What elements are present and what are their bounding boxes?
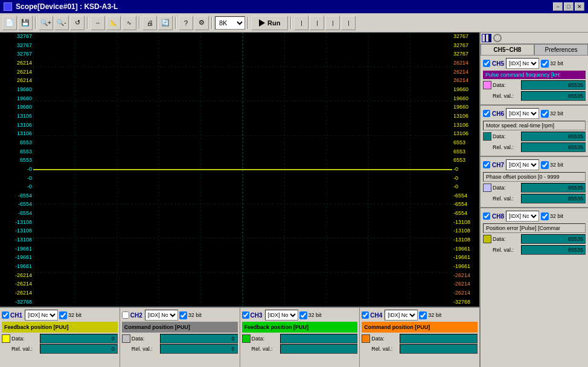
zoom-in-button[interactable]: 🔍+ — [39, 16, 53, 30]
cursor-button[interactable]: ↔ — [91, 16, 105, 30]
ch5-rel-row: Rel. val.: 65535 — [483, 91, 586, 101]
yr-label-8: 19660 — [452, 104, 479, 110]
ch5-32bit: 32 bit — [541, 60, 563, 68]
ch1-signal-bar[interactable]: Feedback position [PUU] — [2, 322, 118, 333]
ch8-signal-bar[interactable]: Position error [Pulse] [Commar — [483, 223, 586, 233]
ch2-enable-checkbox[interactable] — [122, 311, 129, 319]
sample-rate-select[interactable]: 8K 4K 2K 1K — [215, 16, 245, 30]
ch4-signal-bar[interactable]: Command position [PUU] — [362, 322, 478, 333]
scope-area: (value) 32767 32767 32767 26214 26214 26… — [0, 33, 479, 367]
ch1-trigger[interactable]: | — [294, 16, 308, 30]
ch1-signal-label: Feedback position [PUU] — [4, 324, 69, 330]
ch2-rel-row: Rel. val.: 0 — [122, 344, 238, 354]
ch2-data-label: Data: — [132, 336, 159, 342]
ch5-signal-label: Pulse command frequency [kH: — [485, 72, 561, 78]
ch6-32bit-checkbox[interactable] — [541, 110, 549, 118]
yr-label-17: -0 — [452, 184, 479, 190]
new-button[interactable]: 📄 — [2, 16, 17, 30]
window-controls: − □ ✕ — [553, 2, 584, 11]
ch4-32bit-checkbox[interactable] — [419, 311, 427, 319]
print-button[interactable]: 🖨 — [142, 16, 157, 30]
scope-display[interactable]: (value) 32767 32767 32767 26214 26214 26… — [0, 33, 479, 307]
ch3-trigger[interactable]: | — [325, 16, 340, 30]
ch1-rel-row: Rel. val.: 0 — [2, 344, 118, 354]
ch5-enable-checkbox[interactable] — [483, 60, 490, 67]
ch1-header: CH1 [IDX] Norma 32 bit — [2, 310, 118, 321]
ch4-enable-checkbox[interactable] — [362, 311, 369, 319]
ch8-idx-select[interactable]: [IDX] Norma — [506, 211, 539, 222]
ch2-signal-bar[interactable]: Command position [PUU] — [122, 322, 238, 333]
wave-button[interactable]: ∿ — [122, 16, 136, 30]
ch6-data-value: 65535 — [521, 132, 586, 141]
ch3-enable-checkbox[interactable] — [242, 311, 249, 319]
yr-label-10: 13106 — [452, 123, 479, 129]
ch2-32bit-checkbox[interactable] — [179, 311, 187, 319]
save-button[interactable]: 💾 — [18, 16, 33, 30]
help-button[interactable]: ? — [179, 16, 193, 30]
ch7-signal-bar[interactable]: Phase offset position [0 - 9999 — [483, 172, 586, 182]
config-button[interactable]: ⚙ — [194, 16, 209, 30]
ch6-enable-checkbox[interactable] — [483, 110, 490, 117]
ch4-idx-select[interactable]: [IDX] Norma — [385, 310, 418, 321]
y-label-24: -19661 — [0, 246, 33, 252]
ch1-idx-select[interactable]: [IDX] Norma — [25, 310, 58, 321]
ch6-32bit-label: 32 bit — [550, 110, 563, 116]
measure-button[interactable]: 📐 — [106, 16, 121, 30]
ch5-rel-swatch — [483, 92, 491, 100]
ch7-data-label: Data: — [493, 185, 520, 191]
zoom-reset-button[interactable]: ↺ — [70, 16, 85, 30]
ch6-idx-select[interactable]: [IDX] Norma — [506, 108, 539, 119]
ch3-data-row: Data: — [242, 334, 358, 343]
ch3-header: CH3 [IDX] Norma 32 bit — [242, 310, 358, 321]
ch8-enable-checkbox[interactable] — [483, 212, 490, 220]
y-label-29: -26214 — [0, 290, 33, 296]
maximize-button[interactable]: □ — [564, 2, 574, 11]
ch5-32bit-checkbox[interactable] — [541, 60, 549, 68]
ch3-color-swatch — [242, 334, 251, 343]
tab-ch5-ch8[interactable]: CH5~CH8 — [481, 44, 534, 55]
ch4-data-label: Data: — [371, 336, 398, 342]
yr-label-11: 13106 — [452, 131, 479, 137]
y-axis-right: 32767 32767 32767 26214 26214 26214 1966… — [452, 33, 479, 307]
ch4-32bit-label: 32 bit — [428, 312, 441, 318]
ch3-32bit-checkbox[interactable] — [299, 311, 307, 319]
ch5-rel-label: Rel. val.: — [493, 93, 520, 99]
ch5-data-label: Data: — [493, 82, 520, 88]
ch6-signal-bar[interactable]: Motor speed: real-time [rpm] — [483, 121, 586, 130]
ch2-trigger[interactable]: | — [310, 16, 324, 30]
ch2-idx-select[interactable]: [IDX] Norma — [145, 310, 178, 321]
tab-preferences[interactable]: Preferences — [534, 44, 588, 55]
run-button[interactable]: Run — [251, 16, 288, 30]
zoom-out-button[interactable]: 🔍- — [54, 16, 69, 30]
ch7-32bit-checkbox[interactable] — [541, 161, 549, 169]
y-label-25: -19661 — [0, 255, 33, 261]
ch1-enable-checkbox[interactable] — [2, 311, 9, 319]
y-label-22: -13108 — [0, 228, 33, 234]
refresh-button[interactable]: 🔄 — [158, 16, 173, 30]
ch4-rel-value — [400, 344, 478, 354]
ch5-signal-bar[interactable]: Pulse command frequency [kH: — [483, 71, 586, 79]
ch3-signal-bar[interactable]: Feedback position [PUU] — [242, 322, 358, 333]
ch5-32bit-label: 32 bit — [550, 60, 563, 66]
right-panel-top — [481, 33, 588, 44]
window-title: Scope[Device#01] : KSD-A3-L — [16, 2, 118, 11]
grid-svg — [33, 33, 452, 307]
close-button[interactable]: ✕ — [575, 2, 584, 11]
yr-label-2: 32767 — [452, 51, 479, 57]
ch7-enable-checkbox[interactable] — [483, 161, 490, 168]
ch7-idx-select[interactable]: [IDX] Norma — [506, 159, 539, 170]
ch8-32bit-checkbox[interactable] — [541, 212, 549, 220]
y-label-11: 13106 — [0, 131, 33, 137]
yr-label-14: 6553 — [452, 158, 479, 164]
ch1-32bit-checkbox[interactable] — [59, 311, 67, 319]
ch2-signal-label: Command position [PUU] — [124, 324, 190, 330]
yr-label-13: 6553 — [452, 149, 479, 155]
separator-6 — [248, 17, 249, 29]
ch5-idx-select[interactable]: [IDX] Norma — [506, 58, 539, 69]
ch4-trigger[interactable]: | — [341, 16, 356, 30]
minimize-button[interactable]: − — [553, 2, 563, 11]
ch6-rel-label: Rel. val.: — [493, 144, 520, 150]
ch3-idx-select[interactable]: [IDX] Norma — [265, 310, 298, 321]
ch8-32bit-label: 32 bit — [550, 213, 563, 219]
ch7-label: CH7 — [492, 162, 504, 168]
